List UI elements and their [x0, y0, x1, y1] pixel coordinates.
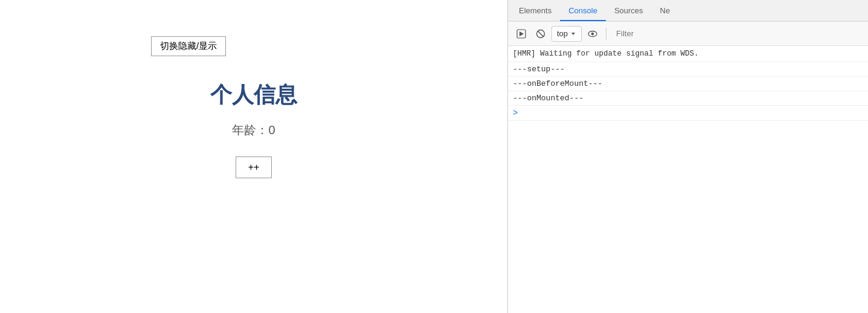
- personal-info-section: 个人信息 年龄：0 ++: [18, 80, 489, 178]
- execute-icon[interactable]: [513, 25, 530, 42]
- context-dropdown-label: top: [557, 29, 568, 38]
- age-label: 年龄：: [232, 123, 268, 137]
- tab-console[interactable]: Console: [560, 1, 606, 21]
- toggle-visibility-button[interactable]: 切换隐藏/显示: [151, 36, 226, 56]
- svg-line-3: [538, 31, 544, 37]
- console-line-beforemount: ---onBeforeMount---: [508, 77, 868, 91]
- context-dropdown[interactable]: top: [551, 26, 582, 42]
- filter-input[interactable]: [611, 26, 863, 42]
- svg-marker-1: [519, 31, 524, 36]
- chevron-down-icon: [570, 31, 576, 37]
- prompt-arrow: >: [513, 108, 518, 118]
- svg-point-6: [591, 32, 594, 34]
- eye-icon[interactable]: [584, 25, 601, 42]
- tab-network[interactable]: Ne: [652, 1, 679, 21]
- console-line-setup: ---setup---: [508, 62, 868, 77]
- console-output: [HMR] Waiting for update signal from WDS…: [508, 46, 868, 313]
- clear-console-icon[interactable]: [532, 25, 549, 42]
- console-line-mounted: ---onMounted---: [508, 91, 868, 106]
- age-row: 年龄：0: [18, 122, 489, 138]
- svg-marker-4: [571, 33, 575, 35]
- devtools-controls: top: [508, 22, 868, 46]
- section-title: 个人信息: [18, 80, 489, 110]
- tab-elements[interactable]: Elements: [510, 1, 560, 21]
- increment-button[interactable]: ++: [236, 156, 272, 178]
- console-line-hmr: [HMR] Waiting for update signal from WDS…: [508, 46, 868, 62]
- filter-separator: [606, 28, 606, 40]
- console-prompt[interactable]: >: [508, 106, 868, 121]
- devtools-panel: Elements Console Sources Ne top: [507, 0, 868, 313]
- devtools-tab-bar: Elements Console Sources Ne: [508, 0, 868, 22]
- age-value: 0: [268, 123, 275, 137]
- tab-sources[interactable]: Sources: [606, 1, 652, 21]
- page-content: 切换隐藏/显示 个人信息 年龄：0 ++: [0, 0, 507, 313]
